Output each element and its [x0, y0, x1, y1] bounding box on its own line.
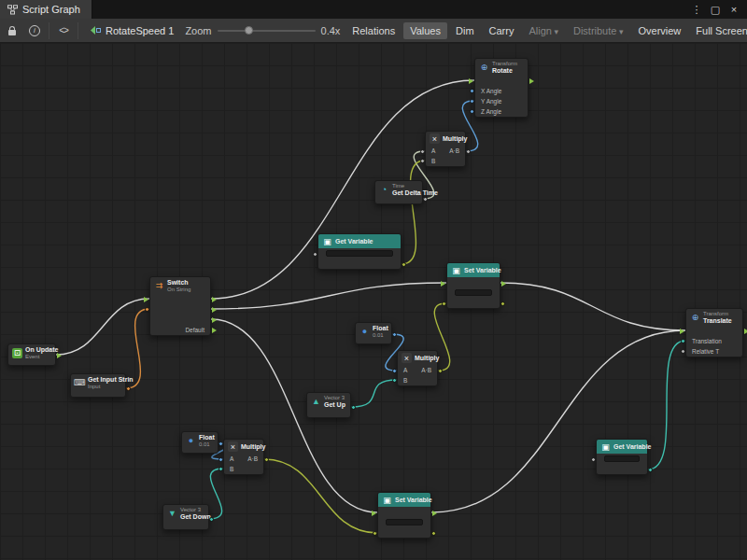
- toolbar-button-overview[interactable]: Overview: [631, 22, 687, 39]
- input-port[interactable]: [392, 378, 397, 383]
- node-multiply-1[interactable]: ×MultiplyAA·BB: [425, 131, 466, 167]
- port-label: Relative T: [692, 348, 719, 355]
- zoom-slider-knob[interactable]: [245, 26, 253, 35]
- node-rotate[interactable]: ⊕TransformRotateX AngleY AngleZ Angle: [474, 58, 529, 118]
- toolbar-button-relations[interactable]: Relations: [345, 22, 402, 39]
- input-port[interactable]: [469, 78, 473, 84]
- toolbar-button-distribute[interactable]: Distribute: [567, 22, 630, 39]
- output-port[interactable]: [218, 441, 223, 446]
- input-port[interactable]: [591, 457, 596, 462]
- node-row: [318, 259, 401, 269]
- zoom-label: Zoom: [185, 25, 211, 36]
- output-port[interactable]: [212, 328, 217, 333]
- output-port[interactable]: [392, 332, 397, 337]
- node-get-up[interactable]: ▲Vector 3Get Up: [306, 392, 351, 418]
- output-port[interactable]: [212, 307, 217, 313]
- variable-name-field[interactable]: [326, 250, 393, 257]
- output-port[interactable]: [423, 197, 428, 202]
- input-port[interactable]: [372, 511, 376, 516]
- graph-canvas[interactable]: ⊕TransformRotateX AngleY AngleZ Angle×Mu…: [0, 43, 747, 560]
- node-title: Get Input Strin: [88, 376, 134, 384]
- node-get-delta-time[interactable]: ◔TimeGet Delta Time: [374, 180, 423, 204]
- input-port[interactable]: [218, 467, 223, 471]
- node-title: Get Down: [180, 513, 211, 521]
- variable-name-field[interactable]: [604, 455, 640, 462]
- tab-script-graph[interactable]: Script Graph: [0, 0, 92, 19]
- output-port[interactable]: [212, 297, 217, 302]
- output-port[interactable]: [351, 405, 356, 410]
- window-tab-bar: Script Graph ⋮▢×: [0, 0, 747, 19]
- output-port[interactable]: [648, 468, 653, 472]
- input-port[interactable]: [680, 329, 684, 334]
- output-port[interactable]: [402, 262, 406, 267]
- node-get-variable-2[interactable]: ▣Get Variable: [596, 439, 648, 475]
- output-port[interactable]: [126, 386, 131, 391]
- node-title-block: Multiply: [443, 135, 467, 143]
- output-port[interactable]: [466, 149, 471, 154]
- input-port[interactable]: [681, 339, 685, 343]
- node-float-2[interactable]: ●Float0.01: [181, 431, 218, 454]
- input-port[interactable]: [144, 297, 148, 302]
- node-switch-on-string[interactable]: ⇉SwitchOn StringDefault: [149, 276, 211, 336]
- info-button[interactable]: i: [26, 21, 43, 40]
- input-port[interactable]: [420, 159, 425, 163]
- menu-icon[interactable]: ⋮: [689, 2, 704, 17]
- toolbar-button-values[interactable]: Values: [403, 22, 447, 39]
- node-set-variable-1[interactable]: ▣Set Variable: [446, 262, 500, 309]
- input-port[interactable]: [392, 369, 397, 373]
- output-port[interactable]: [529, 78, 534, 84]
- monitor-icon: ⊡: [12, 348, 22, 358]
- node-set-variable-2[interactable]: ▣Set Variable: [377, 492, 431, 539]
- node-subtitle: 0.01: [373, 332, 388, 339]
- node-header: ⊕TransformRotate: [475, 59, 528, 76]
- input-port[interactable]: [420, 149, 425, 154]
- node-row: AA·B: [224, 454, 263, 464]
- node-row: B: [398, 375, 437, 385]
- variable-icon: ▣: [382, 495, 392, 505]
- input-port[interactable]: [470, 99, 474, 104]
- input-port[interactable]: [442, 301, 446, 306]
- node-subtitle: Transform: [703, 311, 732, 317]
- input-port[interactable]: [218, 457, 223, 462]
- input-port[interactable]: [681, 349, 685, 354]
- output-port[interactable]: [264, 457, 269, 462]
- toolbar-button-dim[interactable]: Dim: [449, 22, 481, 39]
- node-get-down[interactable]: ▼Vector 3Get Down: [162, 504, 209, 530]
- output-port[interactable]: [212, 317, 217, 323]
- lock-button[interactable]: [4, 21, 21, 40]
- output-port[interactable]: [501, 281, 506, 287]
- maximize-icon[interactable]: ▢: [708, 2, 723, 17]
- close-icon[interactable]: ×: [726, 2, 741, 17]
- output-port[interactable]: [500, 301, 505, 306]
- graph-name[interactable]: RotateSpeed 1: [84, 25, 179, 36]
- node-multiply-2[interactable]: ×MultiplyAA·BB: [397, 350, 438, 386]
- input-port[interactable]: [145, 307, 149, 312]
- output-port[interactable]: [432, 511, 437, 516]
- output-port[interactable]: [431, 531, 436, 536]
- node-title: On Update: [25, 346, 58, 354]
- node-subtitle: On String: [167, 287, 190, 293]
- node-translate[interactable]: ⊕TransformTranslateTranslationRelative T: [685, 308, 743, 357]
- variable-name-field[interactable]: [386, 519, 423, 525]
- output-port[interactable]: [209, 517, 214, 522]
- node-float-1[interactable]: ●Float0.01: [355, 322, 392, 344]
- output-port[interactable]: [438, 369, 443, 373]
- code-view-button[interactable]: <>: [55, 21, 72, 40]
- variable-name-field[interactable]: [455, 289, 492, 296]
- input-port[interactable]: [313, 252, 317, 257]
- node-title: Get Delta Time: [392, 189, 438, 197]
- input-port[interactable]: [470, 89, 474, 93]
- node-on-update[interactable]: ⊡On UpdateEvent: [7, 343, 56, 366]
- input-port[interactable]: [441, 281, 445, 287]
- node-multiply-3[interactable]: ×MultiplyAA·BB: [223, 439, 264, 475]
- node-get-input-string[interactable]: ⌨Get Input StrinInput: [70, 373, 126, 398]
- toolbar-button-align[interactable]: Align: [522, 22, 565, 39]
- input-port[interactable]: [373, 531, 377, 536]
- zoom-slider[interactable]: [218, 24, 316, 37]
- input-port[interactable]: [470, 109, 474, 114]
- output-port[interactable]: [57, 353, 62, 358]
- node-subtitle: Event: [25, 354, 58, 360]
- toolbar-button-carry[interactable]: Carry: [483, 22, 521, 39]
- node-get-variable-1[interactable]: ▣Get Variable: [317, 233, 402, 270]
- toolbar-button-full-screen[interactable]: Full Screen: [689, 22, 747, 39]
